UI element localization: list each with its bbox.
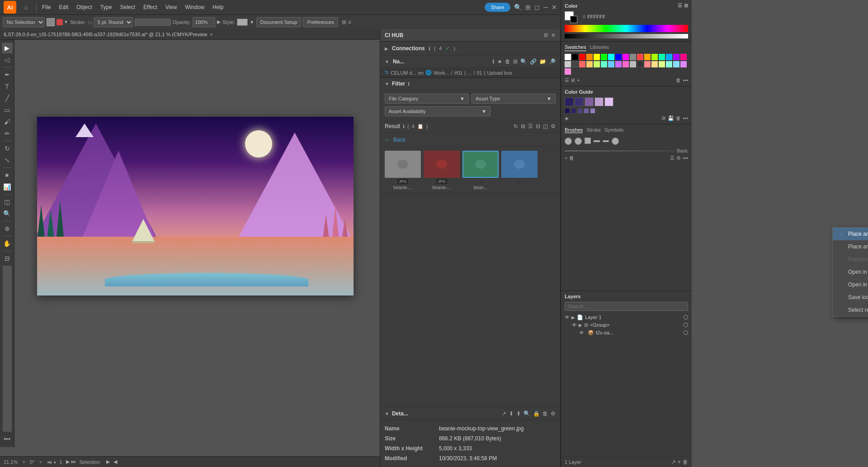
swatch-cell-17[interactable] <box>565 61 571 67</box>
guide-small-swatch[interactable] <box>571 108 576 114</box>
swatch-cell-28[interactable] <box>644 61 651 67</box>
swatch-cell-29[interactable] <box>651 61 658 67</box>
color-guide-save-icon[interactable]: 💾 <box>668 115 674 121</box>
scale-tool[interactable]: ⤡ <box>2 155 13 166</box>
swatch-cell-30[interactable] <box>659 61 665 67</box>
menu-view[interactable]: View <box>162 2 181 12</box>
ci-hub-close-icon[interactable]: ✕ <box>551 32 556 38</box>
brush-more-icon[interactable]: ••• <box>683 155 688 161</box>
ctx-place-link[interactable]: ✓ Place and link <box>833 228 868 240</box>
window-switcher-icon[interactable]: ⊞ <box>525 4 531 11</box>
layout-icon[interactable]: ⊞ <box>342 19 346 25</box>
swatch-cell-7[interactable] <box>615 54 622 60</box>
result-list-icon[interactable]: ☰ <box>528 123 533 129</box>
swatch-cell-32[interactable] <box>673 61 679 67</box>
swatch-cell-19[interactable] <box>579 61 585 67</box>
breadcrumb-01[interactable]: #01 <box>454 70 462 76</box>
tab-symbols[interactable]: Symbols <box>604 127 623 133</box>
brush-dot-1[interactable] <box>565 138 572 145</box>
color-guide-harmonize-icon[interactable]: ◈ <box>565 115 568 121</box>
result-refresh-icon[interactable]: ↻ <box>514 123 518 129</box>
menu-effect[interactable]: Effect <box>140 2 160 12</box>
ctx-open-illustrator[interactable]: Open in Illustrator <box>833 266 868 278</box>
swatch-cell-11[interactable] <box>644 54 651 60</box>
nav-delete-icon[interactable]: 🗑 <box>505 58 510 65</box>
swatch-more-icon[interactable]: ••• <box>683 77 688 83</box>
tab-brushes[interactable]: Brushes <box>565 127 583 133</box>
style-expand[interactable]: ▼ <box>250 19 255 25</box>
select-tool[interactable]: ▶ <box>2 43 13 53</box>
brush-delete-icon[interactable]: 🗑 <box>569 155 574 161</box>
menu-help[interactable]: Help <box>209 2 227 12</box>
swatch-cell-23[interactable] <box>608 61 614 67</box>
details-zoom-icon[interactable]: 🔍 <box>524 410 530 417</box>
breadcrumb-upload[interactable]: Upload box <box>487 70 512 76</box>
fill-color[interactable] <box>47 18 55 26</box>
swatch-delete-icon[interactable]: 🗑 <box>676 77 681 83</box>
details-external-icon[interactable]: ↗ <box>502 410 506 417</box>
guide-small-swatch[interactable] <box>584 108 589 114</box>
connections-row[interactable]: ▶ Connections ℹ ( 4 ✓ ) <box>380 42 560 56</box>
swatch-cell-9[interactable] <box>630 54 636 60</box>
result-preview-icon[interactable]: ◫ <box>543 123 548 129</box>
tab-stroke[interactable]: Stroke <box>586 127 601 133</box>
thumbnail-4[interactable] <box>501 151 538 190</box>
opacity-input[interactable] <box>193 17 215 27</box>
guide-swatch-3[interactable] <box>585 97 594 106</box>
thumbnail-3[interactable]: bean... <box>462 151 499 190</box>
play-icon[interactable]: ▶ <box>106 459 110 465</box>
brush-dot-3[interactable] <box>612 138 619 145</box>
ctx-open-local[interactable]: Open in local application <box>833 278 868 291</box>
brush-tool[interactable]: 🖌 <box>2 116 13 127</box>
swatch-cell-14[interactable] <box>666 54 672 60</box>
menu-select[interactable]: Select <box>117 2 139 12</box>
swatch-cell-15[interactable] <box>673 54 679 60</box>
guide-swatch-5[interactable] <box>604 97 613 106</box>
brush-add-icon[interactable]: + <box>565 155 567 161</box>
search-icon[interactable]: 🔍 <box>514 4 522 11</box>
layer-2-expand-icon[interactable]: ▶ <box>579 323 582 328</box>
ctx-place-embed[interactable]: Place and embed <box>833 240 868 253</box>
swatch-cell-34[interactable] <box>565 68 571 75</box>
swatch-cell-3[interactable] <box>586 54 593 60</box>
result-grid-icon[interactable]: ⊞ <box>521 123 525 129</box>
color-guide-more-icon[interactable]: ••• <box>683 115 688 121</box>
brush-menu-icon[interactable]: ☰ <box>670 155 675 161</box>
swatch-cell-33[interactable] <box>680 61 687 67</box>
stroke-weight-select[interactable]: 5 pt. Round <box>94 17 133 27</box>
swatch-cell-21[interactable] <box>594 61 600 67</box>
details-download-icon[interactable]: ⬇ <box>509 410 514 417</box>
swatch-menu-icon[interactable]: ☰ <box>565 77 569 83</box>
layers-make-clip-icon[interactable]: ↗ <box>671 459 676 465</box>
line-tool[interactable]: ╱ <box>2 93 13 104</box>
swatch-cell-2[interactable] <box>579 54 585 60</box>
rotate-tool[interactable]: ↻ <box>2 143 13 154</box>
share-button[interactable]: Share <box>485 3 510 12</box>
asset-type-dropdown[interactable]: Asset Type ▼ <box>472 94 556 104</box>
filter-chevron[interactable]: ▼ <box>385 81 389 86</box>
symbol-tool[interactable]: ★ <box>2 170 13 181</box>
opacity-expand[interactable]: ▶ <box>217 19 221 25</box>
result-settings-icon[interactable]: ⚙ <box>551 123 556 129</box>
rect-tool[interactable]: ▭ <box>2 105 13 115</box>
stroke-color[interactable] <box>57 19 63 25</box>
brush-dot-2[interactable] <box>575 138 582 145</box>
ci-hub-settings-icon[interactable]: ⚙ <box>543 32 548 38</box>
swatch-cell-10[interactable] <box>637 54 643 60</box>
nav-grid-icon[interactable]: ⊞ <box>513 58 518 65</box>
guide-small-swatch[interactable] <box>565 108 570 114</box>
asset-availability-dropdown[interactable]: Asset Availability ▼ <box>385 106 491 116</box>
hand-tool[interactable]: ✋ <box>2 238 13 249</box>
menu-type[interactable]: Type <box>97 2 116 12</box>
ctx-select-rendition[interactable]: Select rendition <box>833 304 868 316</box>
minimize-icon[interactable]: ─ <box>543 4 548 11</box>
ctx-save-local[interactable]: Save local <box>833 291 868 304</box>
preferences-btn[interactable]: Preferences <box>303 17 338 27</box>
swatch-list-icon[interactable]: ⊞ <box>571 77 575 83</box>
swatch-add-icon[interactable]: + <box>577 77 580 83</box>
doc-setup-btn[interactable]: Document Setup <box>256 17 302 27</box>
type-tool[interactable]: T <box>2 81 13 92</box>
nav-star-icon[interactable]: ★ <box>497 58 502 65</box>
swatch-cell-4[interactable] <box>594 54 600 60</box>
nav-search-icon[interactable]: 🔎 <box>549 58 556 65</box>
